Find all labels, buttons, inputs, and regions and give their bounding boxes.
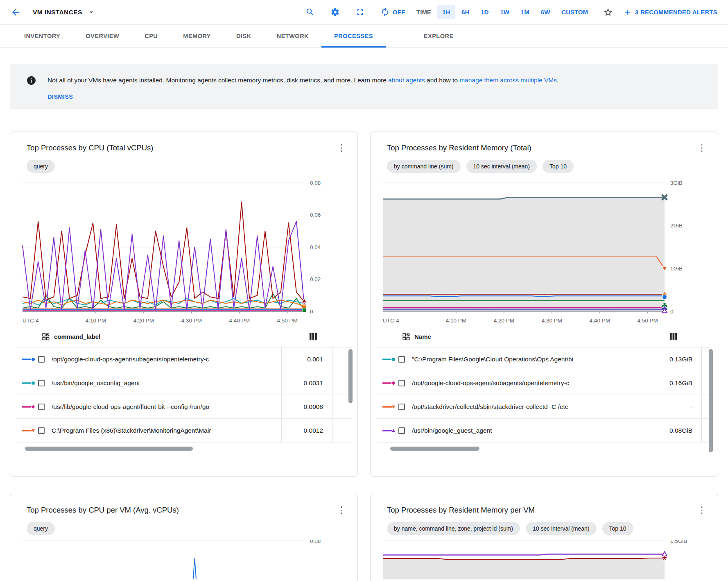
select-series-icon[interactable] — [42, 333, 50, 340]
process-value: 0.13GiB — [634, 347, 701, 371]
svg-text:2GiB: 2GiB — [670, 222, 683, 229]
grouping-chip[interactable]: by command line (sum) — [387, 160, 461, 173]
cpu-per-vm-chart[interactable]: 0.08 — [21, 540, 332, 579]
chevron-down-icon[interactable] — [87, 8, 95, 16]
horizontal-scrollbar-thumb[interactable] — [390, 447, 479, 451]
time-range-1d[interactable]: 1D — [475, 5, 494, 19]
time-range-6w[interactable]: 6W — [536, 5, 556, 19]
query-chip[interactable]: query — [27, 522, 55, 535]
banner-text-middle: and how to — [425, 77, 459, 84]
query-chip[interactable]: query — [27, 160, 55, 173]
process-name: /opt/stackdriver/collectd/sbin/stackdriv… — [412, 403, 634, 411]
tab-cpu[interactable]: CPU — [132, 25, 170, 48]
interval-chip[interactable]: 10 sec interval (mean) — [526, 522, 597, 535]
favorite-button[interactable] — [603, 7, 613, 17]
card-menu-button[interactable]: ⋮ — [694, 505, 710, 515]
row-checkbox[interactable] — [398, 356, 405, 363]
process-name: C:\Program Files (x86)\Stackdriver\Monit… — [52, 427, 281, 434]
table-row: /opt/google-cloud-ops-agent/subagents/op… — [376, 371, 712, 395]
plus-icon — [624, 8, 632, 16]
card-menu-button[interactable]: ⋮ — [694, 143, 710, 153]
time-range-1m[interactable]: 1M — [515, 5, 535, 19]
tab-overview[interactable]: OVERVIEW — [73, 25, 132, 48]
settings-button[interactable] — [330, 7, 340, 17]
auto-refresh-toggle[interactable]: OFF — [380, 7, 405, 17]
process-value: 0.0031 — [281, 371, 332, 395]
vertical-scrollbar-thumb[interactable] — [709, 349, 713, 452]
table-row: /opt/stackdriver/collectd/sbin/stackdriv… — [376, 395, 712, 419]
vertical-scrollbar[interactable] — [348, 349, 353, 403]
svg-text:0: 0 — [670, 309, 674, 315]
table-header-label: command_label — [54, 333, 100, 340]
table-row: "C:\Program Files\Google\Cloud Operation… — [376, 347, 712, 371]
dismiss-button[interactable]: DISMISS — [47, 93, 73, 100]
row-checkbox[interactable] — [398, 427, 405, 434]
card-title: Top Processes by CPU (Total vCPUs) — [27, 143, 333, 152]
star-outline-icon — [603, 7, 613, 17]
svg-text:0.04: 0.04 — [310, 244, 321, 250]
tab-disk[interactable]: DISK — [224, 25, 264, 48]
horizontal-scrollbar-thumb[interactable] — [25, 447, 193, 451]
card-memory-per-vm: Top Processes by Resident Memory per VM … — [370, 494, 718, 581]
about-agents-link[interactable]: about agents — [388, 77, 425, 84]
row-checkbox[interactable] — [38, 427, 45, 434]
tab-memory[interactable]: MEMORY — [170, 25, 224, 48]
table-row: /usr/bin/google_osconfig_agent 0.0031 — [16, 371, 352, 395]
horizontal-scrollbar[interactable] — [25, 447, 352, 451]
memory-total-chart[interactable]: 3GiB2GiB1GiB0UTC-44:10 PM4:20 PM4:30 PM4… — [381, 178, 692, 326]
tab-network[interactable]: NETWORK — [264, 25, 321, 48]
vertical-scrollbar[interactable] — [709, 349, 713, 452]
fullscreen-button[interactable] — [355, 7, 365, 17]
time-range-6h[interactable]: 6H — [456, 5, 475, 19]
truncated-column — [332, 419, 352, 442]
svg-text:1.5GiB: 1.5GiB — [670, 540, 687, 544]
tab-inventory[interactable]: INVENTORY — [11, 25, 73, 48]
row-checkbox[interactable] — [38, 380, 45, 386]
card-menu-button[interactable]: ⋮ — [334, 143, 349, 153]
grouping-chip[interactable]: by name, command line, zone, project id … — [387, 522, 520, 535]
top10-chip[interactable]: Top 10 — [543, 160, 574, 173]
tab-explore[interactable]: EXPLORE — [411, 25, 466, 48]
horizontal-scrollbar[interactable] — [385, 447, 712, 451]
card-menu-button[interactable]: ⋮ — [334, 505, 349, 515]
row-checkbox[interactable] — [398, 380, 405, 386]
svg-text:0.08: 0.08 — [310, 180, 321, 186]
svg-text:0.06: 0.06 — [310, 212, 321, 218]
vertical-scrollbar-thumb[interactable] — [348, 349, 353, 403]
select-series-icon[interactable] — [402, 333, 410, 340]
tab-processes[interactable]: PROCESSES — [321, 25, 386, 48]
svg-text:4:30 PM: 4:30 PM — [181, 318, 202, 324]
page-title[interactable]: VM INSTANCES — [33, 9, 82, 16]
card-title: Top Processes by CPU per VM (Avg. vCPUs) — [27, 506, 333, 515]
row-checkbox[interactable] — [38, 356, 45, 363]
row-checkbox[interactable] — [398, 404, 405, 410]
recommended-alerts-button[interactable]: 3 RECOMMENDED ALERTS — [624, 8, 717, 16]
cpu-total-chart[interactable]: 0.080.060.040.020UTC-44:10 PM4:20 PM4:30… — [21, 178, 332, 326]
svg-text:0: 0 — [310, 309, 313, 315]
table-row: /usr/bin/google_guest_agent 0.08GiB — [376, 419, 712, 443]
cpu-total-table: command_label /opt/google-cloud-ops-agen… — [16, 326, 352, 451]
series-marker — [382, 404, 398, 410]
manage-vms-link[interactable]: manage them across multiple VMs — [459, 77, 557, 84]
top10-chip[interactable]: Top 10 — [602, 522, 633, 535]
columns-icon[interactable] — [669, 333, 678, 340]
interval-chip[interactable]: 10 sec interval (mean) — [466, 160, 537, 173]
search-button[interactable] — [305, 7, 315, 17]
process-name: /usr/bin/google_guest_agent — [412, 427, 634, 434]
agents-info-banner: Not all of your VMs have agents installe… — [10, 64, 718, 109]
table-header-label: Name — [414, 333, 431, 340]
time-range-1w[interactable]: 1W — [495, 5, 515, 19]
time-range-1h[interactable]: 1H — [437, 5, 455, 19]
time-range-custom[interactable]: CUSTOM — [556, 5, 593, 19]
card-cpu-per-vm: Top Processes by CPU per VM (Avg. vCPUs)… — [10, 494, 358, 581]
memory-per-vm-chart[interactable]: 1.5GiB — [381, 540, 692, 579]
columns-icon[interactable] — [309, 333, 317, 340]
svg-text:4:50 PM: 4:50 PM — [638, 318, 658, 324]
svg-text:4:10 PM: 4:10 PM — [86, 318, 106, 324]
top-app-bar: VM INSTANCES OFF TIME 1H 6H 1D 1W 1M 6W … — [0, 0, 728, 25]
svg-text:4:50 PM: 4:50 PM — [277, 318, 298, 324]
back-button[interactable] — [11, 7, 20, 17]
svg-text:4:10 PM: 4:10 PM — [446, 318, 466, 324]
row-checkbox[interactable] — [38, 404, 45, 410]
svg-text:4:20 PM: 4:20 PM — [133, 318, 154, 324]
